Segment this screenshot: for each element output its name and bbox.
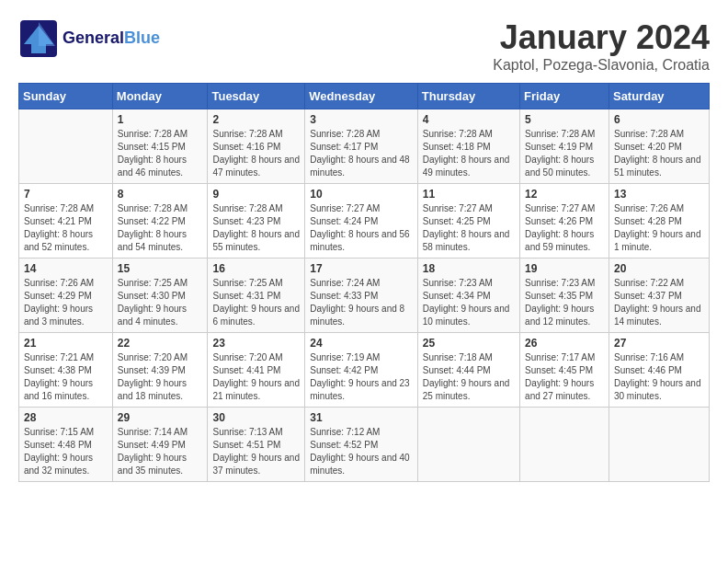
day-number: 11	[423, 188, 515, 201]
calendar-cell: 20Sunrise: 7:22 AM Sunset: 4:37 PM Dayli…	[609, 259, 709, 333]
calendar-cell: 28Sunrise: 7:15 AM Sunset: 4:48 PM Dayli…	[19, 408, 113, 482]
day-number: 24	[310, 337, 412, 350]
calendar-week-row: 1Sunrise: 7:28 AM Sunset: 4:15 PM Daylig…	[19, 109, 710, 184]
day-number: 4	[423, 113, 515, 126]
weekday-header: Wednesday	[305, 84, 417, 109]
day-info: Sunrise: 7:28 AM Sunset: 4:21 PM Dayligh…	[24, 202, 108, 254]
day-info: Sunrise: 7:28 AM Sunset: 4:16 PM Dayligh…	[212, 128, 300, 179]
day-number: 6	[614, 113, 704, 126]
day-info: Sunrise: 7:23 AM Sunset: 4:34 PM Dayligh…	[423, 277, 515, 328]
calendar-cell: 24Sunrise: 7:19 AM Sunset: 4:42 PM Dayli…	[305, 333, 417, 408]
calendar-cell: 9Sunrise: 7:28 AM Sunset: 4:23 PM Daylig…	[208, 184, 305, 259]
calendar-cell: 8Sunrise: 7:28 AM Sunset: 4:22 PM Daylig…	[112, 184, 208, 259]
logo: GeneralBlue	[18, 18, 160, 59]
day-number: 3	[310, 113, 412, 126]
day-info: Sunrise: 7:13 AM Sunset: 4:51 PM Dayligh…	[212, 426, 300, 477]
day-info: Sunrise: 7:16 AM Sunset: 4:46 PM Dayligh…	[614, 351, 704, 403]
calendar-body: 1Sunrise: 7:28 AM Sunset: 4:15 PM Daylig…	[19, 109, 710, 482]
title-block: January 2024 Kaptol, Pozega-Slavonia, Cr…	[493, 18, 710, 74]
day-number: 28	[24, 411, 108, 424]
calendar-cell: 17Sunrise: 7:24 AM Sunset: 4:33 PM Dayli…	[305, 259, 417, 333]
day-number: 22	[118, 337, 203, 350]
day-info: Sunrise: 7:27 AM Sunset: 4:24 PM Dayligh…	[310, 202, 412, 254]
logo-icon	[18, 18, 59, 59]
day-info: Sunrise: 7:18 AM Sunset: 4:44 PM Dayligh…	[423, 351, 515, 403]
calendar-cell: 2Sunrise: 7:28 AM Sunset: 4:16 PM Daylig…	[208, 109, 305, 184]
day-info: Sunrise: 7:12 AM Sunset: 4:52 PM Dayligh…	[310, 426, 412, 477]
calendar-week-row: 7Sunrise: 7:28 AM Sunset: 4:21 PM Daylig…	[19, 184, 710, 259]
day-number: 26	[525, 337, 604, 350]
day-number: 7	[24, 188, 108, 201]
day-number: 30	[212, 411, 300, 424]
day-number: 23	[212, 337, 300, 350]
weekday-header: Friday	[520, 84, 609, 109]
day-info: Sunrise: 7:25 AM Sunset: 4:30 PM Dayligh…	[118, 277, 203, 328]
calendar-cell: 4Sunrise: 7:28 AM Sunset: 4:18 PM Daylig…	[417, 109, 519, 184]
weekday-header: Sunday	[19, 84, 113, 109]
calendar-cell: 11Sunrise: 7:27 AM Sunset: 4:25 PM Dayli…	[417, 184, 519, 259]
calendar-cell: 1Sunrise: 7:28 AM Sunset: 4:15 PM Daylig…	[112, 109, 208, 184]
day-info: Sunrise: 7:24 AM Sunset: 4:33 PM Dayligh…	[310, 277, 412, 328]
page-header: GeneralBlue January 2024 Kaptol, Pozega-…	[18, 18, 710, 74]
calendar-cell	[417, 408, 519, 482]
day-number: 1	[118, 113, 203, 126]
calendar-cell: 15Sunrise: 7:25 AM Sunset: 4:30 PM Dayli…	[112, 259, 208, 333]
day-number: 27	[614, 337, 704, 350]
day-number: 13	[614, 188, 704, 201]
day-number: 18	[423, 262, 515, 275]
calendar-cell: 30Sunrise: 7:13 AM Sunset: 4:51 PM Dayli…	[208, 408, 305, 482]
calendar-cell: 25Sunrise: 7:18 AM Sunset: 4:44 PM Dayli…	[417, 333, 519, 408]
day-info: Sunrise: 7:28 AM Sunset: 4:19 PM Dayligh…	[525, 128, 604, 179]
calendar-cell: 14Sunrise: 7:26 AM Sunset: 4:29 PM Dayli…	[19, 259, 113, 333]
day-number: 9	[212, 188, 300, 201]
day-info: Sunrise: 7:19 AM Sunset: 4:42 PM Dayligh…	[310, 351, 412, 403]
day-info: Sunrise: 7:14 AM Sunset: 4:49 PM Dayligh…	[118, 426, 203, 477]
calendar-week-row: 14Sunrise: 7:26 AM Sunset: 4:29 PM Dayli…	[19, 259, 710, 333]
logo-text-block: GeneralBlue	[63, 29, 160, 48]
calendar-cell: 12Sunrise: 7:27 AM Sunset: 4:26 PM Dayli…	[520, 184, 609, 259]
calendar-cell: 18Sunrise: 7:23 AM Sunset: 4:34 PM Dayli…	[417, 259, 519, 333]
calendar-cell: 13Sunrise: 7:26 AM Sunset: 4:28 PM Dayli…	[609, 184, 709, 259]
calendar-cell: 5Sunrise: 7:28 AM Sunset: 4:19 PM Daylig…	[520, 109, 609, 184]
day-info: Sunrise: 7:15 AM Sunset: 4:48 PM Dayligh…	[24, 426, 108, 477]
day-info: Sunrise: 7:26 AM Sunset: 4:29 PM Dayligh…	[24, 277, 108, 328]
calendar-cell: 23Sunrise: 7:20 AM Sunset: 4:41 PM Dayli…	[208, 333, 305, 408]
calendar-cell: 29Sunrise: 7:14 AM Sunset: 4:49 PM Dayli…	[112, 408, 208, 482]
day-info: Sunrise: 7:28 AM Sunset: 4:20 PM Dayligh…	[614, 128, 704, 179]
day-number: 2	[212, 113, 300, 126]
day-number: 19	[525, 262, 604, 275]
day-info: Sunrise: 7:25 AM Sunset: 4:31 PM Dayligh…	[212, 277, 300, 328]
calendar-cell: 21Sunrise: 7:21 AM Sunset: 4:38 PM Dayli…	[19, 333, 113, 408]
weekday-header: Tuesday	[208, 84, 305, 109]
day-number: 5	[525, 113, 604, 126]
day-info: Sunrise: 7:22 AM Sunset: 4:37 PM Dayligh…	[614, 277, 704, 328]
weekday-header: Thursday	[417, 84, 519, 109]
calendar-cell	[19, 109, 113, 184]
location: Kaptol, Pozega-Slavonia, Croatia	[493, 57, 710, 74]
day-info: Sunrise: 7:17 AM Sunset: 4:45 PM Dayligh…	[525, 351, 604, 403]
weekday-row: SundayMondayTuesdayWednesdayThursdayFrid…	[19, 84, 710, 109]
day-info: Sunrise: 7:28 AM Sunset: 4:22 PM Dayligh…	[118, 202, 203, 254]
calendar-cell: 19Sunrise: 7:23 AM Sunset: 4:35 PM Dayli…	[520, 259, 609, 333]
calendar-cell: 16Sunrise: 7:25 AM Sunset: 4:31 PM Dayli…	[208, 259, 305, 333]
calendar-cell: 3Sunrise: 7:28 AM Sunset: 4:17 PM Daylig…	[305, 109, 417, 184]
month-title: January 2024	[493, 18, 710, 57]
weekday-header: Saturday	[609, 84, 709, 109]
day-info: Sunrise: 7:28 AM Sunset: 4:17 PM Dayligh…	[310, 128, 412, 179]
day-number: 25	[423, 337, 515, 350]
calendar-cell: 26Sunrise: 7:17 AM Sunset: 4:45 PM Dayli…	[520, 333, 609, 408]
logo-name-part1: General	[63, 29, 124, 47]
calendar-cell	[609, 408, 709, 482]
day-number: 31	[310, 411, 412, 424]
day-info: Sunrise: 7:20 AM Sunset: 4:39 PM Dayligh…	[118, 351, 203, 403]
day-info: Sunrise: 7:23 AM Sunset: 4:35 PM Dayligh…	[525, 277, 604, 328]
day-number: 21	[24, 337, 108, 350]
day-number: 20	[614, 262, 704, 275]
day-number: 29	[118, 411, 203, 424]
logo-name-part2: Blue	[124, 29, 160, 47]
day-info: Sunrise: 7:28 AM Sunset: 4:18 PM Dayligh…	[423, 128, 515, 179]
calendar-week-row: 28Sunrise: 7:15 AM Sunset: 4:48 PM Dayli…	[19, 408, 710, 482]
calendar-cell: 27Sunrise: 7:16 AM Sunset: 4:46 PM Dayli…	[609, 333, 709, 408]
day-info: Sunrise: 7:27 AM Sunset: 4:25 PM Dayligh…	[423, 202, 515, 254]
calendar-cell: 6Sunrise: 7:28 AM Sunset: 4:20 PM Daylig…	[609, 109, 709, 184]
